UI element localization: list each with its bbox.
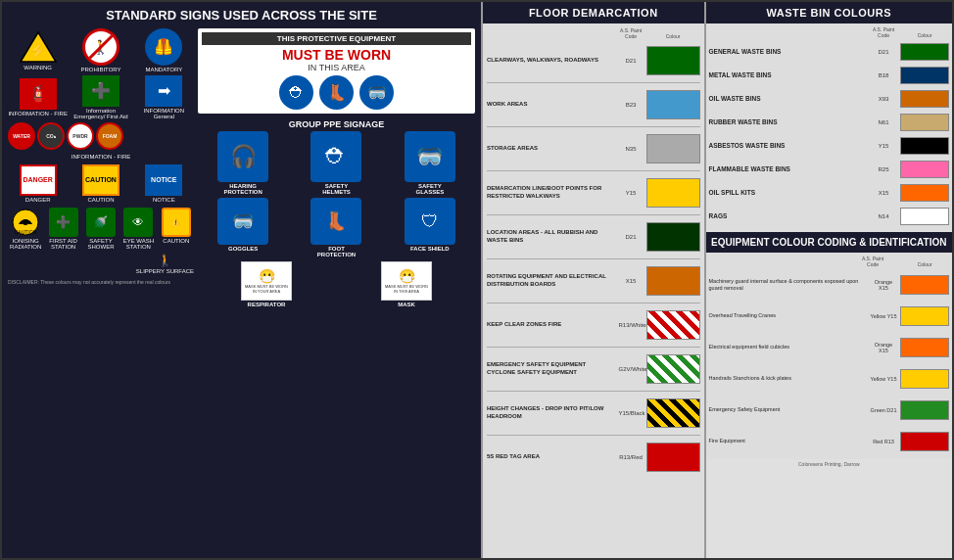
disclaimer-label: DISCLAIMER: These colours may not accura… xyxy=(8,277,194,285)
fire-powder-item: PWDR xyxy=(67,122,94,150)
oilspill-code: X15 xyxy=(870,190,897,196)
respirator-item: 😷 MASK MUST BE WORNIN YOUR AREA RESPIRAT… xyxy=(198,261,335,307)
foot-protection-item: 👢 FOOTPROTECTION xyxy=(291,198,381,257)
right-disclaimer: Coloresens Printing, Darrow xyxy=(706,459,952,469)
hearing-protection-icon: 🎧 xyxy=(217,131,268,182)
rotating-code: X15 xyxy=(619,278,644,284)
emergency-desc: EMERGENCY SAFETY EQUIPMENT CYCLONE SAFET… xyxy=(487,361,616,377)
general-waste-desc: GENERAL WASTE BINS xyxy=(709,48,867,56)
storage-code: N35 xyxy=(619,146,644,152)
equip-swatch-header: Colour xyxy=(900,261,949,267)
ppe-main-icons: ⛑ 👢 🥽 xyxy=(202,75,471,110)
foot-protection-icon: 👢 xyxy=(310,198,361,245)
metal-waste-swatch xyxy=(900,67,949,84)
electrical-code: Orange X15 xyxy=(870,342,897,353)
fire-water-item: WATER xyxy=(8,122,35,150)
safety-equip-desc: Emergency Safety Equipment xyxy=(709,406,867,413)
floor-row-work: WORK AREAS B23 xyxy=(487,86,700,123)
redtag-desc: 5S RED TAG AREA xyxy=(487,453,616,461)
goggles-icon: 🥽 xyxy=(217,198,268,245)
safety-boot-icon: 👢 xyxy=(319,75,354,110)
floor-code-header: A.S. PaintCode xyxy=(619,27,644,39)
hard-hat-icon: ⛑ xyxy=(279,75,313,110)
clearways-desc: CLEARWAYS, WALKWAYS, ROADWAYS xyxy=(487,57,616,65)
location-desc: LOCATION AREAS - ALL RUBBISH AND WASTE B… xyxy=(487,229,616,245)
slippery-label: SLIPPERY SURFACE xyxy=(136,268,194,274)
notice-sign-item: NOTICE NOTICE xyxy=(134,164,194,203)
caution2-icon: ⚠️ xyxy=(162,208,191,237)
danger-label: DANGER xyxy=(25,197,51,203)
equip-row-fire-equip: Fire Equipment Red R13 xyxy=(709,427,949,456)
waste-swatch-header: Colour xyxy=(900,32,949,38)
slippery-inner: 🚶 SLIPPERY SURFACE xyxy=(136,254,194,274)
oil-waste-swatch xyxy=(900,90,949,108)
waste-code-header: A.S. PaintCode xyxy=(870,26,897,38)
sign-row-1: ⚡ WARNING 🚶 PROHIBITORY 🦺 xyxy=(8,28,194,72)
warning-triangle-icon: ⚡ xyxy=(20,30,57,64)
demarcation-swatch xyxy=(646,178,700,208)
info-general-icon: ➡ xyxy=(145,75,182,107)
ppe-grid: 🎧 HEARINGPROTECTION ⛑ SAFETYHELMETS 🥽 SA… xyxy=(198,131,475,257)
sign-row-2: 🧯 INFORMATION - FIRE ➕ Information Emerg… xyxy=(8,75,194,119)
work-desc: WORK AREAS xyxy=(487,101,616,109)
danger-sign-item: DANGER DANGER xyxy=(8,164,68,203)
hearing-protection-item: 🎧 HEARINGPROTECTION xyxy=(198,131,288,195)
handrails-code: Yellow Y15 xyxy=(870,376,897,382)
redtag-code: R13/Red xyxy=(619,454,644,460)
face-shield-icon: 🛡 xyxy=(405,198,455,245)
warning-sign-item: ⚡ WARNING xyxy=(8,30,68,70)
caution-sign-item: CAUTION CAUTION xyxy=(71,164,130,203)
fire-equip-code: Red R13 xyxy=(870,439,897,444)
info-first-aid-icon: ➕ xyxy=(82,75,119,107)
info-fire-label: INFORMATION - FIRE xyxy=(8,111,68,117)
floor-row-demarcation: DEMARCATION LINE/BOOT POINTS FOR RESTRIC… xyxy=(487,174,700,211)
safety-glasses-icon: 🥽 xyxy=(359,75,394,110)
fire-foam-icon: FOAM xyxy=(96,122,123,150)
floor-header: A.S. PaintCode Colour xyxy=(487,27,700,39)
shower-icon: 🚿 xyxy=(86,208,116,237)
equipment-table: A.S. PaintCode Colour Machinery guard in… xyxy=(706,253,952,459)
waste-header: A.S. PaintCode Colour xyxy=(709,26,949,38)
handrails-desc: Handrails Stanchions & kick plates xyxy=(709,375,867,382)
redtag-swatch xyxy=(646,443,700,472)
group-ppe-section: GROUP PPE SIGNAGE 🎧 HEARINGPROTECTION ⛑ … xyxy=(198,119,475,307)
storage-swatch xyxy=(646,134,700,163)
machinery-desc: Machinery guard internal surface & compo… xyxy=(709,278,867,292)
waste-row-metal: METAL WASTE BINS B18 xyxy=(709,65,949,86)
height-swatch xyxy=(646,398,700,428)
fire-co2-icon: CO₂ xyxy=(37,122,65,150)
shower-sign-item: 🚿 SAFETY SHOWER xyxy=(83,208,119,250)
waste-row-oil: OIL WASTE BINS X93 xyxy=(709,88,949,110)
floor-row-rotating: ROTATING EQUIPMENT AND ELECTRICAL DISTRI… xyxy=(487,262,700,300)
flammable-waste-code: R25 xyxy=(870,166,897,172)
handrails-swatch xyxy=(900,369,949,389)
flammable-waste-swatch xyxy=(900,161,949,178)
shower-label: SAFETY SHOWER xyxy=(83,238,119,250)
asbestos-waste-swatch xyxy=(900,137,949,155)
metal-waste-desc: METAL WASTE BINS xyxy=(709,71,867,79)
notice-icon: NOTICE xyxy=(145,164,182,196)
general-waste-code: D21 xyxy=(870,49,897,55)
waste-row-asbestos: ASBESTOS WASTE BINS Y15 xyxy=(709,135,949,157)
fire-water-icon: WATER xyxy=(8,122,35,150)
safety-glasses-label: SAFETYGLASSES xyxy=(415,183,444,195)
cranes-swatch xyxy=(900,306,949,326)
caution-label: CAUTION xyxy=(87,197,114,203)
floor-row-height: HEIGHT CHANGES - DROP INTO PIT/LOW HEADR… xyxy=(487,395,700,432)
danger-icon: DANGER xyxy=(20,164,57,196)
left-panel-title: STANDARD SIGNS USED ACROSS THE SITE xyxy=(8,8,475,24)
info-first-aid-item: ➕ Information Emergency/ First Aid xyxy=(71,75,130,119)
floor-demarcation-title: FLOOR DEMARCATION xyxy=(483,2,704,23)
safety-helmet-icon: ⛑ xyxy=(310,131,361,182)
waste-row-rags: RAGS N14 xyxy=(709,206,949,227)
machinery-swatch xyxy=(900,275,949,295)
equipment-section-title: EQUIPMENT COLOUR CODING & IDENTIFICATION xyxy=(706,232,952,253)
rags-code: N14 xyxy=(870,213,897,219)
fire-info-label: INFORMATION - FIRE xyxy=(8,154,194,160)
rubber-waste-code: N61 xyxy=(870,119,897,125)
ppe-subtitle: IN THIS AREA xyxy=(202,63,471,72)
group-ppe-title: GROUP PPE SIGNAGE xyxy=(198,119,475,129)
caution2-sign-item: ⚠️ CAUTION xyxy=(159,208,194,250)
mask-icon: 😷 MASK MUST BE WORNIN THIS AREA xyxy=(381,261,432,301)
eye-wash-sign-item: 👁 EYE WASH STATION xyxy=(120,208,156,250)
